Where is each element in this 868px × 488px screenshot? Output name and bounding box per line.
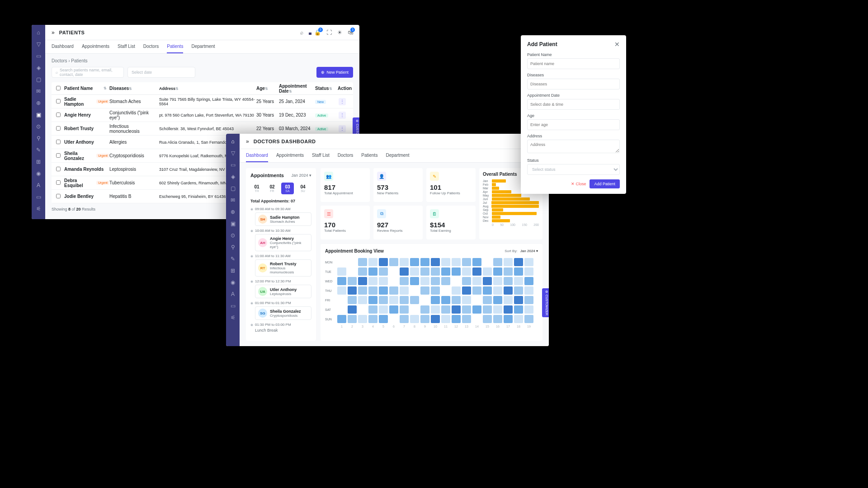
search-icon[interactable]: ⌕ bbox=[300, 29, 303, 36]
heatmap-cell[interactable] bbox=[462, 315, 471, 323]
heatmap-cell[interactable] bbox=[493, 286, 502, 295]
heatmap-cell[interactable] bbox=[400, 258, 409, 266]
tab-department[interactable]: Department bbox=[191, 40, 215, 53]
heatmap-cell[interactable] bbox=[452, 267, 461, 276]
heatmap-cell[interactable] bbox=[358, 258, 367, 266]
heatmap-cell[interactable] bbox=[410, 258, 419, 266]
heatmap-cell[interactable] bbox=[348, 258, 357, 266]
heatmap-cell[interactable] bbox=[441, 277, 450, 285]
heatmap-cell[interactable] bbox=[379, 315, 388, 323]
sort-icon[interactable]: ⇅ bbox=[104, 86, 107, 90]
address-input[interactable] bbox=[527, 140, 620, 153]
heatmap-cell[interactable] bbox=[410, 267, 419, 276]
sidebar-globe-icon[interactable]: ⊕ bbox=[35, 100, 42, 106]
appointment-card[interactable]: UAUtler AnthonyLeptospirosis bbox=[255, 285, 311, 298]
heatmap-cell[interactable] bbox=[514, 286, 523, 295]
tab-staff-list[interactable]: Staff List bbox=[118, 40, 135, 53]
diseases-input[interactable] bbox=[527, 79, 620, 89]
date-input[interactable]: Select date bbox=[127, 67, 195, 78]
heatmap-cell[interactable] bbox=[431, 315, 440, 323]
cart-icon[interactable]: 🛍3 bbox=[348, 29, 353, 36]
heatmap-cell[interactable] bbox=[524, 258, 533, 266]
heatmap-cell[interactable] bbox=[337, 315, 346, 323]
heatmap-cell[interactable] bbox=[389, 277, 398, 285]
sort-icon[interactable]: ⇅ bbox=[289, 89, 292, 94]
appointment-card[interactable]: AHAngie HenryConjunctivitis ("pink eye") bbox=[255, 234, 311, 251]
heatmap-cell[interactable] bbox=[452, 286, 461, 295]
heatmap-cell[interactable] bbox=[483, 286, 492, 295]
heatmap-cell[interactable] bbox=[514, 258, 523, 266]
row-checkbox[interactable] bbox=[56, 194, 61, 198]
heatmap-cell[interactable] bbox=[441, 315, 450, 323]
heatmap-cell[interactable] bbox=[368, 315, 377, 323]
fullscreen-icon[interactable]: ⛶ bbox=[326, 29, 332, 36]
heatmap-cell[interactable] bbox=[337, 305, 346, 314]
heatmap-cell[interactable] bbox=[431, 296, 440, 304]
heatmap-cell[interactable] bbox=[514, 305, 523, 314]
sidebar-bookmark-icon[interactable]: ▢ bbox=[35, 76, 42, 83]
heatmap-cell[interactable] bbox=[368, 258, 377, 266]
heatmap-cell[interactable] bbox=[368, 267, 377, 276]
sidebar-mail-icon[interactable]: ✉ bbox=[231, 197, 235, 203]
heatmap-cell[interactable] bbox=[400, 315, 409, 323]
heatmap-cell[interactable] bbox=[462, 286, 471, 295]
heatmap-cell[interactable] bbox=[358, 277, 367, 285]
heatmap-cell[interactable] bbox=[420, 267, 429, 276]
date-option[interactable]: 03SA bbox=[281, 183, 294, 194]
sidebar-card-icon[interactable]: ▭ bbox=[35, 194, 42, 200]
heatmap-cell[interactable] bbox=[379, 267, 388, 276]
theme-icon[interactable]: ☀ bbox=[337, 29, 342, 36]
heatmap-cell[interactable] bbox=[358, 286, 367, 295]
heatmap-cell[interactable] bbox=[493, 305, 502, 314]
heatmap-cell[interactable] bbox=[504, 277, 513, 285]
heatmap-cell[interactable] bbox=[504, 315, 513, 323]
heatmap-cell[interactable] bbox=[431, 305, 440, 314]
sidebar-edit-icon[interactable]: ✎ bbox=[35, 147, 42, 153]
heatmap-cell[interactable] bbox=[472, 296, 481, 304]
heatmap-cell[interactable] bbox=[524, 267, 533, 276]
heatmap-cell[interactable] bbox=[389, 305, 398, 314]
heatmap-cell[interactable] bbox=[524, 305, 533, 314]
heatmap-cell[interactable] bbox=[410, 305, 419, 314]
sidebar-filter-icon[interactable]: ▽ bbox=[231, 150, 235, 156]
heatmap-cell[interactable] bbox=[514, 277, 523, 285]
heatmap-cell[interactable] bbox=[420, 305, 429, 314]
sidebar-home-icon[interactable]: ⌂ bbox=[231, 138, 234, 145]
heatmap-cell[interactable] bbox=[462, 296, 471, 304]
tab-department[interactable]: Department bbox=[386, 149, 409, 162]
heatmap-cell[interactable] bbox=[504, 286, 513, 295]
row-actions-button[interactable]: ⋮ bbox=[339, 112, 346, 119]
sidebar-font-icon[interactable]: A bbox=[231, 291, 235, 297]
heatmap-cell[interactable] bbox=[400, 296, 409, 304]
heatmap-cell[interactable] bbox=[410, 277, 419, 285]
sort-icon[interactable]: ⇅ bbox=[329, 87, 332, 91]
heatmap-cell[interactable] bbox=[337, 286, 346, 295]
sidebar-map-icon[interactable]: ◉ bbox=[231, 279, 235, 286]
heatmap-cell[interactable] bbox=[368, 286, 377, 295]
heatmap-cell[interactable] bbox=[400, 286, 409, 295]
sort-icon[interactable]: ⇅ bbox=[175, 87, 179, 91]
select-all-checkbox[interactable] bbox=[56, 86, 61, 90]
heatmap-cell[interactable] bbox=[348, 277, 357, 285]
heatmap-cell[interactable] bbox=[452, 277, 461, 285]
heatmap-cell[interactable] bbox=[358, 305, 367, 314]
sidebar-share-icon[interactable]: ⚟ bbox=[231, 314, 236, 321]
heatmap-cell[interactable] bbox=[504, 296, 513, 304]
row-checkbox[interactable] bbox=[56, 180, 61, 185]
tab-doctors[interactable]: Doctors bbox=[143, 40, 159, 53]
age-input[interactable] bbox=[527, 119, 620, 130]
appointment-date-input[interactable] bbox=[527, 99, 620, 110]
heatmap-cell[interactable] bbox=[441, 305, 450, 314]
heatmap-cell[interactable] bbox=[389, 286, 398, 295]
heatmap-cell[interactable] bbox=[524, 315, 533, 323]
sidebar-font-icon[interactable]: A bbox=[35, 182, 42, 188]
heatmap-cell[interactable] bbox=[431, 277, 440, 285]
heatmap-cell[interactable] bbox=[368, 305, 377, 314]
heatmap-cell[interactable] bbox=[472, 277, 481, 285]
tab-doctors[interactable]: Doctors bbox=[338, 149, 353, 162]
row-checkbox[interactable] bbox=[56, 140, 61, 144]
heatmap-cell[interactable] bbox=[358, 267, 367, 276]
row-checkbox[interactable] bbox=[56, 167, 61, 171]
heatmap-cell[interactable] bbox=[389, 296, 398, 304]
heatmap-cell[interactable] bbox=[452, 258, 461, 266]
